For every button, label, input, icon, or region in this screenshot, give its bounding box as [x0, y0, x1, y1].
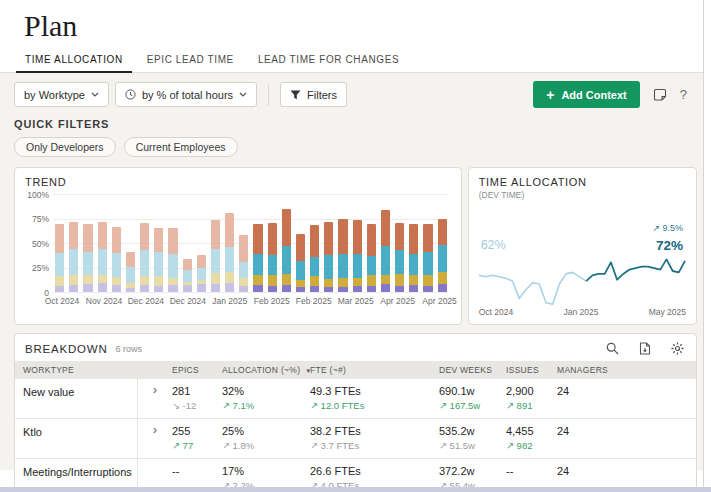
- cell-value: 2,900: [506, 385, 557, 397]
- notes-button[interactable]: [653, 88, 667, 102]
- bar-segment-purple: [409, 285, 418, 292]
- bar-segment-orange: [324, 222, 333, 255]
- trend-bar[interactable]: [225, 213, 234, 292]
- bar-segment-orange: [253, 224, 262, 253]
- trend-bar[interactable]: [268, 223, 277, 292]
- trend-bar[interactable]: [126, 252, 135, 292]
- x-axis-slot: Dec 2024: [139, 296, 153, 308]
- bar-segment-purple: [154, 286, 163, 292]
- x-axis-slot: [153, 296, 167, 308]
- x-axis-slot: Dec 2024: [181, 296, 195, 308]
- cell-value: 281: [172, 385, 222, 397]
- trend-bar[interactable]: [69, 222, 78, 292]
- trend-bar[interactable]: [168, 228, 177, 292]
- trend-bar[interactable]: [310, 225, 319, 292]
- trend-bar[interactable]: [282, 209, 291, 292]
- cell-delta: ↗ 51.5w: [439, 440, 506, 451]
- cell-allocation: 25%↗ 1.8%: [222, 425, 310, 451]
- trend-title: TREND: [25, 176, 455, 188]
- cell-value: 4,455: [506, 425, 557, 437]
- trend-bar[interactable]: [140, 223, 149, 292]
- table-settings-button[interactable]: [671, 342, 684, 355]
- column-header-issues[interactable]: ISSUES: [506, 365, 557, 375]
- bar-segment-orange: [381, 210, 390, 246]
- filters-button[interactable]: Filters: [280, 82, 347, 107]
- trend-bar[interactable]: [183, 259, 192, 292]
- bar-segment-orange: [69, 222, 78, 249]
- trend-bar[interactable]: [83, 224, 92, 292]
- trend-bar[interactable]: [55, 224, 64, 292]
- trend-bar[interactable]: [296, 234, 305, 292]
- table-row[interactable]: Ktlo›255↗ 7725%↗ 1.8%38.2 FTEs↗ 3.7 FTEs…: [15, 418, 696, 458]
- x-axis-slot: [279, 296, 293, 308]
- expand-chevron[interactable]: ›: [138, 425, 172, 451]
- table-row[interactable]: New value›281↘ -1232%↗ 7.1%49.3 FTEs↗ 12…: [15, 379, 696, 418]
- bar-segment-gold: [225, 272, 234, 283]
- bar-segment-purple: [211, 284, 220, 292]
- tab-epic-lead-time[interactable]: EPIC LEAD TIME: [138, 46, 243, 72]
- trend-bar[interactable]: [154, 228, 163, 292]
- trend-bar[interactable]: [197, 255, 206, 292]
- chevron-right-icon: ›: [153, 423, 157, 437]
- bar-segment-purple: [98, 283, 107, 292]
- bar-segment-orange: [409, 224, 418, 253]
- bar-segment-teal: [353, 254, 362, 279]
- bar-segment-gold: [154, 276, 163, 286]
- column-header-allocation-(~%)[interactable]: ALLOCATION (~%) ▾: [222, 365, 310, 375]
- page-title: Plan: [24, 10, 703, 42]
- help-button[interactable]: ?: [680, 87, 687, 102]
- x-axis-slot: [237, 296, 251, 308]
- bar-segment-purple: [112, 285, 121, 292]
- add-context-button[interactable]: + Add Context: [533, 81, 640, 108]
- cell-value: --: [172, 465, 222, 477]
- bar-segment-orange: [154, 228, 163, 252]
- cell-dev-weeks: 535.2w↗ 51.5w: [439, 425, 506, 451]
- bar-segment-gold: [324, 279, 333, 287]
- quick-filter-chip[interactable]: Current Employees: [124, 137, 238, 157]
- trend-bar[interactable]: [112, 227, 121, 292]
- trend-bar[interactable]: [324, 222, 333, 292]
- x-axis-slot: Mar 2025: [349, 296, 363, 308]
- column-header-managers[interactable]: MANAGERS: [557, 365, 696, 375]
- trend-bar[interactable]: [353, 220, 362, 292]
- column-header-dev-weeks[interactable]: DEV WEEKS: [439, 365, 506, 375]
- trend-bar[interactable]: [381, 210, 390, 292]
- tab-lead-time-for-changes[interactable]: LEAD TIME FOR CHANGES: [249, 46, 408, 72]
- trend-bar[interactable]: [423, 224, 432, 292]
- horizontal-scrollbar[interactable]: [0, 487, 711, 492]
- bar-segment-purple: [55, 286, 64, 292]
- trend-bar[interactable]: [253, 224, 262, 292]
- cell-value: 17%: [222, 465, 310, 477]
- trend-bar[interactable]: [338, 219, 347, 292]
- y-axis-tick-label: 75%: [25, 214, 49, 224]
- cell-managers: 24: [557, 425, 696, 451]
- bar-segment-gold: [395, 274, 404, 286]
- column-header-fte-(~#)[interactable]: FTE (~#): [310, 365, 356, 375]
- column-header-epics[interactable]: EPICS: [172, 365, 222, 375]
- cell-delta: ↘ -12: [172, 400, 222, 411]
- trend-bar[interactable]: [395, 223, 404, 292]
- bar-segment-orange: [282, 209, 291, 246]
- trend-bar[interactable]: [239, 235, 248, 292]
- trend-bar[interactable]: [409, 224, 418, 292]
- worktype-dropdown[interactable]: by Worktype: [14, 82, 109, 107]
- trend-bar[interactable]: [98, 222, 107, 292]
- trend-bar[interactable]: [367, 224, 376, 292]
- bar-segment-gold: [282, 274, 291, 285]
- cell-value: 24: [557, 465, 696, 477]
- table-search-button[interactable]: [606, 342, 619, 355]
- trend-bar[interactable]: [211, 220, 220, 292]
- column-header-worktype[interactable]: WORKTYPE: [15, 365, 138, 375]
- bar-segment-gold: [438, 272, 447, 284]
- bar-segment-orange: [55, 224, 64, 252]
- tab-time-allocation[interactable]: TIME ALLOCATION: [16, 46, 132, 73]
- cell-managers: 24: [557, 385, 696, 411]
- table-export-button[interactable]: [639, 342, 651, 355]
- trend-bar[interactable]: [438, 219, 447, 292]
- expand-chevron[interactable]: ›: [138, 385, 172, 411]
- bar-segment-orange: [367, 224, 376, 255]
- quick-filter-chip[interactable]: Only Developers: [14, 137, 116, 157]
- bar-segment-orange: [225, 213, 234, 247]
- hours-dropdown[interactable]: by % of total hours: [115, 82, 257, 107]
- bar-segment-gold: [211, 273, 220, 284]
